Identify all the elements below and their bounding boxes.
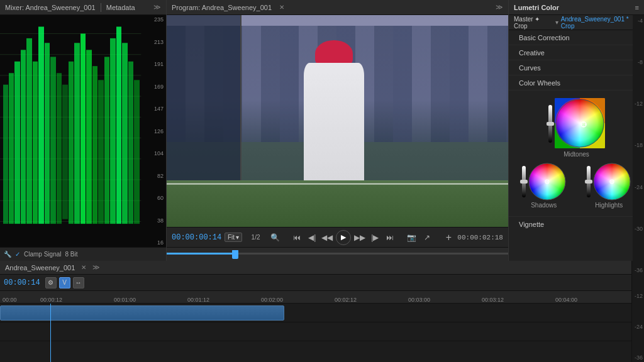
wrench-icon[interactable]: 🔧 <box>4 251 11 258</box>
color-wheels-section-item[interactable]: Color Wheels ✓ <box>509 75 644 90</box>
metadata-label[interactable]: Metadata <box>106 4 135 11</box>
ruler-00:12: 00:00:12 <box>40 297 114 303</box>
next-frame-btn[interactable]: |▶ <box>369 231 381 244</box>
ruler-04:00: 00:04:00 <box>555 297 629 303</box>
svg-rect-34 <box>232 250 238 256</box>
svg-rect-25 <box>86 50 92 224</box>
master-crop-label[interactable]: Master ✦ Crop <box>514 16 553 30</box>
vignette-section[interactable]: Vignette ✓ <box>509 216 644 231</box>
scale-235: 235 <box>154 16 164 23</box>
highlights-slider[interactable] <box>587 166 591 197</box>
quality-label[interactable]: 1/2 <box>252 234 260 241</box>
expand-icon[interactable]: ≫ <box>153 3 161 11</box>
highlights-wheel-svg <box>593 163 631 200</box>
svg-rect-33 <box>134 80 140 224</box>
basic-correction-section[interactable]: Basic Correction ✓ <box>509 30 644 45</box>
dropdown-arrow-2[interactable]: ▾ <box>555 19 558 26</box>
midtones-wheel-wrapper <box>555 98 605 150</box>
midtones-slider[interactable] <box>548 105 552 143</box>
svg-rect-19 <box>50 57 56 224</box>
creative-section[interactable]: Creative ✓ <box>509 45 644 60</box>
rewind-btn[interactable]: ◀◀ <box>321 231 333 244</box>
scale-191: 191 <box>154 61 164 67</box>
scale-neg24: -24 <box>634 184 643 190</box>
ruler-03:12: 00:03:12 <box>482 297 555 303</box>
scale-38: 38 <box>154 217 164 224</box>
expand-panel-icon[interactable]: ≫ <box>496 3 503 11</box>
scale-147: 147 <box>154 106 164 112</box>
scale-neg8: -8 <box>634 59 643 65</box>
midtones-container: Midtones <box>548 98 605 158</box>
svg-rect-18 <box>45 43 50 224</box>
shadows-wheel-svg <box>528 163 566 200</box>
svg-rect-14 <box>21 50 26 224</box>
play-button[interactable]: ▶ <box>336 230 351 245</box>
camera-btn[interactable]: 📷 <box>406 231 418 244</box>
tool-btn-2[interactable]: V <box>59 277 70 288</box>
svg-rect-26 <box>92 66 97 224</box>
curves-section[interactable]: Curves ✓ <box>509 60 644 75</box>
highlights-slider-thumb <box>585 180 592 184</box>
scale-104: 104 <box>154 150 164 156</box>
svg-rect-16 <box>33 62 38 224</box>
midtones-row: Midtones <box>511 96 641 160</box>
add-btn[interactable]: + <box>442 231 455 244</box>
monitor-header: Program: Andrea_Sweeney_001 ✕ ≫ <box>167 0 508 15</box>
prev-frame-btn[interactable]: ◀| <box>306 231 318 244</box>
svg-rect-17 <box>38 26 44 224</box>
expand-timeline-icon[interactable]: ≫ <box>92 263 100 272</box>
svg-rect-11 <box>3 85 8 224</box>
export-btn[interactable]: ↗ <box>421 231 433 244</box>
monitor-mini-timeline[interactable] <box>167 247 508 261</box>
svg-rect-21 <box>62 85 68 219</box>
sections-list: Basic Correction ✓ Creative ✓ Curves ✓ C… <box>509 30 644 90</box>
midtones-with-slider <box>548 98 605 150</box>
left-panel-header: Mixer: Andrea_Sweeney_001 Metadata ≫ <box>0 0 166 15</box>
track-row-1 <box>0 304 631 322</box>
svg-rect-27 <box>98 80 104 224</box>
timeline-tools: ⚙ V ↔ <box>45 277 84 288</box>
ruler-02:12: 00:02:12 <box>335 297 408 303</box>
video-frame <box>167 15 508 227</box>
close-tab-icon[interactable]: ✕ <box>279 4 284 11</box>
scale-60: 60 <box>154 195 164 201</box>
timeline-playhead-thumb[interactable] <box>232 250 238 259</box>
waveform-bottom-bar: 🔧 ✓ Clamp Signal 8 Bit <box>0 247 166 261</box>
tool-btn-3[interactable]: ↔ <box>73 277 84 288</box>
scale-neg4: -4 <box>634 18 643 24</box>
app-layout: Mixer: Andrea_Sweeney_001 Metadata ≫ <box>0 0 644 362</box>
step-back-btn[interactable]: ⏮ <box>291 231 303 244</box>
tool-btn-1[interactable]: ⚙ <box>45 277 57 288</box>
bottom-row: Andrea_Sweeney_001 ✕ ≫ 00:00:14 ⚙ V ↔ 00… <box>0 261 644 362</box>
ruler-03:00: 00:03:00 <box>408 297 482 303</box>
scale-82: 82 <box>154 173 164 179</box>
svg-marker-35 <box>232 256 238 259</box>
header-divider <box>101 3 101 12</box>
svg-rect-29 <box>110 38 116 224</box>
waveform-svg <box>0 15 166 247</box>
fast-fwd-btn[interactable]: ▶▶ <box>353 231 366 244</box>
ruler-02:00: 00:02:00 <box>261 297 335 303</box>
right-scale-panel: -4 -8 -12 -18 -24 -30 -36 <box>633 15 644 261</box>
playhead-line[interactable] <box>50 304 51 362</box>
shadows-slider[interactable] <box>522 166 526 197</box>
scale-16: 16 <box>154 239 164 246</box>
hamburger-icon[interactable]: ≡ <box>635 4 639 11</box>
search-button[interactable]: 🔍 <box>269 231 282 244</box>
scene-ground <box>167 180 508 227</box>
scale-labels: 235 213 191 169 147 126 104 82 60 38 16 <box>154 15 164 247</box>
timeline-header: Andrea_Sweeney_001 ✕ ≫ <box>0 261 631 275</box>
basic-correction-label: Basic Correction <box>519 34 570 41</box>
bit-depth[interactable]: 8 Bit <box>65 251 77 258</box>
close-timeline-icon[interactable]: ✕ <box>81 264 86 271</box>
svg-rect-30 <box>116 26 121 224</box>
fit-dropdown[interactable]: Fit ▾ <box>225 233 242 242</box>
step-fwd-btn[interactable]: ⏭ <box>384 231 396 244</box>
lumetri-title: Lumetri Color <box>514 4 559 11</box>
timeline-ruler: 00:00 00:00:12 00:01:00 00:01:12 00:02:0… <box>0 291 631 304</box>
ruler-01:00: 00:01:00 <box>114 297 187 303</box>
highlights-label: Highlights <box>595 202 623 209</box>
track-clip-1[interactable] <box>0 305 284 321</box>
waveform-area: 235 213 191 169 147 126 104 82 60 38 16 <box>0 15 166 247</box>
svg-rect-12 <box>9 73 14 224</box>
